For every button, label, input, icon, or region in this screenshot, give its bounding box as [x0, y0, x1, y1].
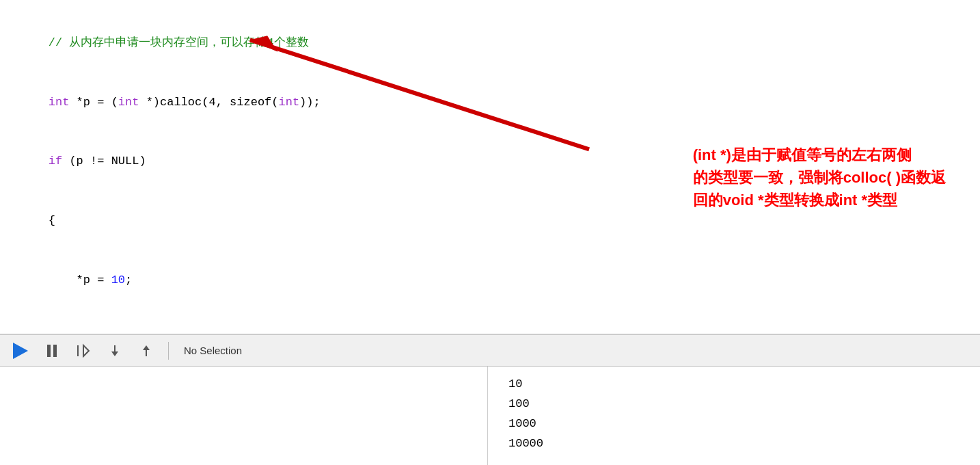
svg-marker-7: [143, 345, 150, 350]
toolbar: No Selection: [0, 335, 980, 367]
step-into-icon: [107, 343, 123, 359]
output-left-panel: [0, 367, 488, 465]
step-over-button[interactable]: [74, 341, 93, 360]
step-over-icon: [75, 343, 92, 359]
code-line-5: *p = 10;: [21, 251, 959, 310]
code-line-1: // 从内存中申请一块内存空间，可以存储4个整数: [21, 14, 959, 73]
output-line-1: 10: [508, 375, 959, 395]
code-line-4: {: [21, 191, 959, 251]
play-button[interactable]: [11, 341, 30, 360]
output-console: 10 100 1000 10000: [488, 367, 980, 465]
code-editor: // 从内存中申请一块内存空间，可以存储4个整数 int *p = (int *…: [0, 0, 980, 335]
play-icon: [13, 343, 28, 359]
output-line-4: 10000: [508, 434, 959, 454]
toolbar-divider: [168, 342, 169, 360]
pause-button[interactable]: [42, 341, 62, 360]
svg-marker-2: [83, 345, 89, 356]
output-area: 10 100 1000 10000: [0, 367, 980, 465]
comment-1: // 从内存中申请一块内存空间，可以存储4个整数: [49, 36, 309, 49]
keyword-int2: int: [118, 96, 139, 109]
step-into-button[interactable]: [105, 341, 124, 360]
svg-marker-5: [111, 351, 118, 356]
output-line-2: 100: [508, 395, 959, 414]
output-line-3: 1000: [508, 414, 959, 434]
step-out-button[interactable]: [137, 341, 156, 360]
step-out-icon: [138, 343, 154, 359]
pause-icon: [47, 345, 57, 357]
keyword-if: if: [49, 155, 62, 168]
code-line-6: *(p+1) = 100;: [21, 310, 959, 335]
code-line-2: int *p = (int *)calloc(4, sizeof(int));: [21, 73, 959, 133]
code-line-3: if (p != NULL): [21, 132, 959, 191]
keyword-int: int: [49, 96, 70, 109]
keyword-int3: int: [279, 96, 300, 109]
no-selection-label: No Selection: [184, 345, 242, 356]
